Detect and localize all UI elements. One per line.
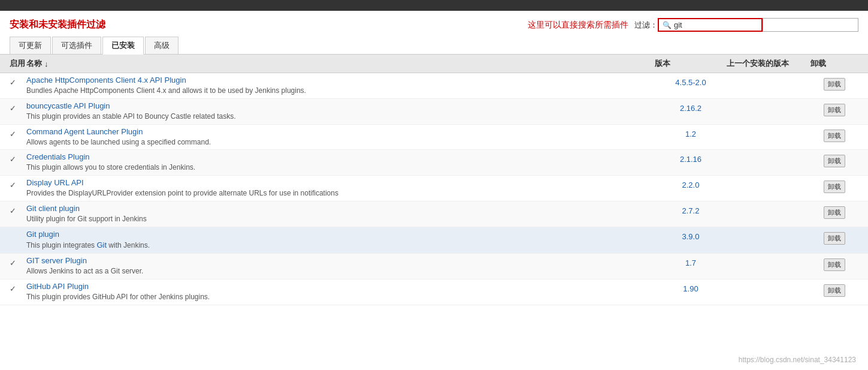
table-row: ✓ Display URL API Provides the DisplayUR… — [0, 176, 868, 201]
table-row: ✓ Apache HttpComponents Client 4.x API P… — [0, 73, 868, 99]
plugin-desc-4: This plugin allows you to store credenti… — [26, 163, 655, 173]
table-row: ✓ GitHub API Plugin This plugin provides… — [0, 279, 868, 305]
plugin-name-6[interactable]: Git client plugin — [26, 204, 80, 213]
plugin-prev-version-6 — [727, 204, 810, 206]
plugin-uninstall-9: 卸载 — [810, 282, 858, 297]
plugin-info-9: GitHub API Plugin This plugin provides G… — [26, 282, 655, 302]
plugin-version-2: 2.16.2 — [655, 101, 727, 113]
table-header: 启用 名称 ↓ 版本 上一个安装的版本 卸载 — [0, 55, 868, 73]
tab-installed[interactable]: 已安装 — [102, 37, 144, 55]
plugin-desc-9: This plugin provides GitHub API for othe… — [26, 292, 655, 302]
plugin-version-9: 1.90 — [655, 282, 727, 293]
plugin-uninstall-8: 卸载 — [810, 256, 858, 271]
table-row: ✓ GIT server Plugin Allows Jenkins to ac… — [0, 254, 868, 279]
plugin-name-9[interactable]: GitHub API Plugin — [26, 282, 89, 291]
plugin-name-3[interactable]: Command Agent Launcher Plugin — [26, 127, 143, 136]
plugin-uninstall-6: 卸载 — [810, 204, 858, 219]
plugin-info-6: Git client plugin Utility plugin for Git… — [26, 204, 655, 224]
plugin-prev-version-9 — [727, 282, 810, 284]
plugin-version-5: 2.2.0 — [655, 178, 727, 189]
plugin-info-2: bouncycastle API Plugin This plugin prov… — [26, 101, 655, 122]
plugin-checkbox-8[interactable]: ✓ — [10, 256, 26, 267]
uninstall-btn-2[interactable]: 卸载 — [824, 104, 845, 116]
uninstall-btn-9[interactable]: 卸载 — [824, 284, 845, 297]
plugin-prev-version-2 — [727, 101, 810, 104]
table-row: ✓ Credentials Plugin This plugin allows … — [0, 150, 868, 176]
sort-icon: ↓ — [44, 59, 49, 68]
header-right: 这里可以直接搜索所需插件 过滤： 🔍 — [528, 18, 858, 32]
col-version: 版本 — [655, 58, 727, 69]
uninstall-btn-1[interactable]: 卸载 — [824, 78, 845, 91]
plugin-checkbox-9[interactable]: ✓ — [10, 282, 26, 293]
plugin-name-1[interactable]: Apache HttpComponents Client 4.x API Plu… — [26, 76, 186, 85]
plugin-prev-version-3 — [727, 127, 810, 130]
plugin-uninstall-2: 卸载 — [810, 101, 858, 116]
uninstall-btn-5[interactable]: 卸载 — [824, 181, 845, 193]
plugin-info-4: Credentials Plugin This plugin allows yo… — [26, 152, 655, 173]
plugin-uninstall-1: 卸载 — [810, 76, 858, 91]
plugin-checkbox-6[interactable]: ✓ — [10, 204, 26, 215]
tab-updatable[interactable]: 可更新 — [10, 37, 51, 54]
table-row: ✓ Command Agent Launcher Plugin Allows a… — [0, 125, 868, 151]
git-link[interactable]: Git — [96, 240, 107, 249]
uninstall-btn-7[interactable]: 卸载 — [824, 232, 845, 245]
plugin-checkbox-4[interactable]: ✓ — [10, 152, 26, 164]
plugin-checkbox-3[interactable]: ✓ — [10, 127, 26, 139]
plugin-name-4[interactable]: Credentials Plugin — [26, 152, 90, 161]
plugin-info-5: Display URL API Provides the DisplayURLP… — [26, 178, 655, 198]
plugin-checkbox-2[interactable]: ✓ — [10, 101, 26, 113]
plugin-rows: ✓ Apache HttpComponents Client 4.x API P… — [0, 73, 868, 305]
plugin-desc-1: Bundles Apache HttpComponents Client 4.x… — [26, 86, 655, 96]
col-enable: 启用 — [10, 58, 26, 69]
plugin-prev-version-7 — [727, 230, 810, 232]
plugin-desc-7: This plugin integrates Git with Jenkins. — [26, 240, 655, 251]
plugin-prev-version-5 — [727, 178, 810, 181]
plugin-version-6: 2.7.2 — [655, 204, 727, 215]
plugin-desc-8: Allows Jenkins to act as a Git server. — [26, 266, 655, 276]
plugin-prev-version-4 — [727, 152, 810, 155]
col-prev-version: 上一个安装的版本 — [727, 58, 810, 69]
plugin-version-4: 2.1.16 — [655, 152, 727, 164]
table-row: ✓ bouncycastle API Plugin This plugin pr… — [0, 99, 868, 125]
filter-input[interactable] — [674, 20, 758, 29]
col-name: 名称 ↓ — [26, 58, 655, 69]
plugin-uninstall-7: 卸载 — [810, 230, 858, 245]
filter-label: 过滤： — [634, 20, 658, 31]
plugin-version-7: 3.9.0 — [655, 230, 727, 241]
plugin-info-1: Apache HttpComponents Client 4.x API Plu… — [26, 76, 655, 96]
plugin-desc-5: Provides the DisplayURLProvider extensio… — [26, 188, 655, 198]
table-row: Git plugin This plugin integrates Git wi… — [0, 227, 868, 254]
plugin-info-3: Command Agent Launcher Plugin Allows age… — [26, 127, 655, 148]
top-bar — [0, 0, 868, 11]
uninstall-btn-6[interactable]: 卸载 — [824, 206, 845, 219]
uninstall-btn-3[interactable]: 卸载 — [824, 130, 845, 142]
plugin-name-2[interactable]: bouncycastle API Plugin — [26, 101, 110, 110]
col-uninstall: 卸载 — [810, 58, 858, 69]
plugin-checkbox-7[interactable] — [10, 230, 26, 232]
plugin-info-7: Git plugin This plugin integrates Git wi… — [26, 230, 655, 251]
plugin-desc-2: This plugin provides an stable API to Bo… — [26, 112, 655, 122]
plugin-name-8[interactable]: GIT server Plugin — [26, 256, 87, 265]
plugin-uninstall-5: 卸载 — [810, 178, 858, 193]
filter-input-wrap: 🔍 — [658, 18, 763, 32]
page-title: 安装和未安装插件过滤 — [10, 19, 105, 31]
plugin-uninstall-3: 卸载 — [810, 127, 858, 142]
plugin-version-3: 1.2 — [655, 127, 727, 139]
plugin-desc-6: Utility plugin for Git support in Jenkin… — [26, 214, 655, 224]
plugin-prev-version-8 — [727, 256, 810, 258]
plugin-version-8: 1.7 — [655, 256, 727, 267]
uninstall-btn-4[interactable]: 卸载 — [824, 155, 845, 167]
search-icon: 🔍 — [663, 21, 672, 29]
tab-optional[interactable]: 可选插件 — [52, 37, 101, 54]
filter-input-extra[interactable] — [763, 18, 858, 32]
plugin-checkbox-5[interactable]: ✓ — [10, 178, 26, 189]
tab-advanced[interactable]: 高级 — [145, 37, 179, 54]
plugin-checkbox-1[interactable]: ✓ — [10, 76, 26, 87]
plugin-prev-version-1 — [727, 76, 810, 78]
plugin-name-7[interactable]: Git plugin — [26, 230, 59, 239]
plugin-uninstall-4: 卸载 — [810, 152, 858, 167]
plugin-name-5[interactable]: Display URL API — [26, 178, 84, 187]
uninstall-btn-8[interactable]: 卸载 — [824, 258, 845, 271]
tabs-bar: 可更新 可选插件 已安装 高级 — [0, 37, 868, 55]
header-section: 安装和未安装插件过滤 这里可以直接搜索所需插件 过滤： 🔍 — [0, 11, 868, 37]
